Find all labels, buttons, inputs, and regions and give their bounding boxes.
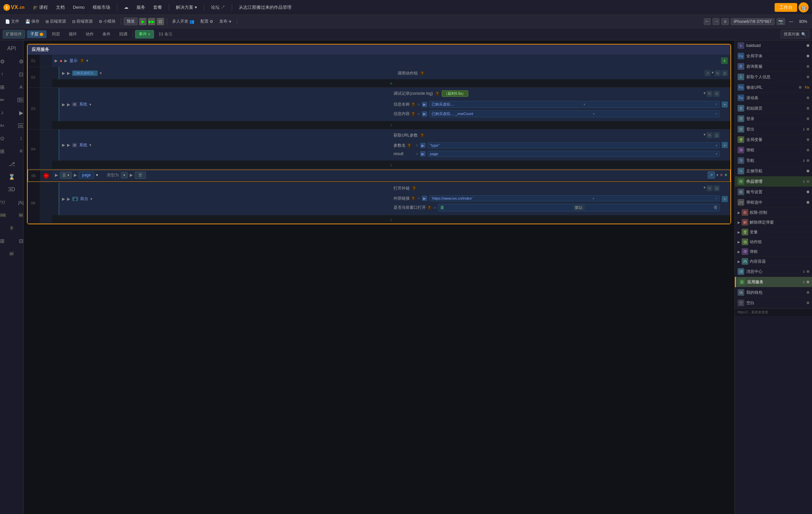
- sidebar-image[interactable]: A≡: [0, 119, 11, 132]
- sidebar-if[interactable]: if: [3, 222, 21, 234]
- right-item-app-service[interactable]: 应 应用服务 ℹ: [735, 277, 812, 287]
- right-item-global-var[interactable]: 变 全局变量: [735, 135, 812, 145]
- right-item-wallet[interactable]: 钱 我的钱包: [735, 287, 812, 298]
- row-label-03[interactable]: 系统: [79, 102, 87, 107]
- row-chevron-03[interactable]: ▾: [89, 102, 91, 107]
- cond-type-select-05[interactable]: ▾: [121, 172, 128, 179]
- param-value-03-2[interactable]: 已购买虚拟.... _rowCount ▾ ↗: [429, 110, 720, 117]
- add-row-btn-02[interactable]: +: [52, 79, 730, 87]
- nav-cloud[interactable]: ☁: [121, 3, 132, 11]
- cond-var-05[interactable]: page: [79, 172, 94, 179]
- action-q-06[interactable]: ?: [412, 186, 416, 191]
- row-expand-02[interactable]: ▶: [62, 71, 65, 76]
- row-icon-04-dot[interactable]: ●: [722, 142, 728, 148]
- action-more-06[interactable]: ⊡: [714, 185, 720, 191]
- right-group-content-container[interactable]: ▶ 内 内容容器: [735, 257, 812, 266]
- right-item-global-font[interactable]: Fix 全局字体: [735, 51, 812, 61]
- param-value-06-1[interactable]: 'https://www.ivx.cn/index' ▾ ↗: [429, 195, 720, 201]
- event-note[interactable]: ⟫⟫ 备注: [156, 31, 175, 37]
- row-label-04[interactable]: 系统: [79, 142, 87, 148]
- row-expand-03[interactable]: ▶: [62, 102, 65, 107]
- row-icon-03-dot[interactable]: ●: [722, 102, 728, 108]
- action-refresh-04[interactable]: ↻: [706, 132, 713, 138]
- param-value-06-2[interactable]: 是 默认 否: [438, 204, 720, 212]
- cond-expand-05[interactable]: ▾: [96, 173, 98, 178]
- toolbar-module[interactable]: ⚙ 小模块: [96, 18, 118, 25]
- action-refresh-02[interactable]: ↻: [715, 70, 721, 76]
- param-value-04-1[interactable]: "type" ▾: [428, 142, 720, 148]
- row-expand-04[interactable]: ▶: [62, 143, 65, 147]
- right-item-nav[interactable]: 导 导航 ℹ: [735, 156, 812, 166]
- action-chevron-06[interactable]: ▾: [703, 185, 705, 191]
- cond-and-select[interactable]: 且▾: [60, 172, 72, 179]
- expand-components-btn[interactable]: 扩展组件: [3, 30, 25, 38]
- logo[interactable]: i VX .cn: [3, 4, 25, 11]
- work-btn[interactable]: 工作台: [775, 3, 797, 12]
- right-item-scrollbar[interactable]: Fix 滚动条: [735, 93, 812, 103]
- toolbar-config[interactable]: 配置 ⚙: [198, 18, 215, 25]
- row-icon-06-dot[interactable]: ●: [722, 196, 728, 202]
- cond-close-05[interactable]: ✕: [720, 173, 723, 178]
- sidebar-draw[interactable]: ✏: [0, 94, 11, 106]
- right-item-baiduad[interactable]: b baiduad: [735, 40, 812, 51]
- right-item-dialog-selected[interactable]: [T] 弹框选中: [735, 197, 812, 208]
- nav-courses[interactable]: 🎓 课程: [29, 3, 52, 12]
- condition-minus-05[interactable]: −: [44, 173, 49, 179]
- toolbar-zoom-minus[interactable]: —: [787, 19, 795, 24]
- nav-docs[interactable]: 文档: [53, 3, 68, 12]
- event-search[interactable]: 搜索对象 🔍: [781, 30, 809, 38]
- toolbar-play2-btn[interactable]: ▶▶: [148, 18, 155, 25]
- toolbar-rect-btn[interactable]: ⊡: [157, 18, 164, 25]
- screen-size[interactable]: iPhone6/7/8 375*667: [731, 18, 775, 25]
- action-more-04[interactable]: ⊡: [714, 132, 720, 138]
- cond-plus-05[interactable]: +: [724, 172, 727, 178]
- sidebar-upload[interactable]: ↑: [0, 68, 11, 80]
- right-group-unbind[interactable]: ▶ 解 解除绑定弹窗: [735, 218, 812, 227]
- toolbar-backend[interactable]: ⊞ 后端资源: [43, 18, 68, 25]
- row-chevron-04[interactable]: ▾: [89, 143, 91, 147]
- sidebar-api[interactable]: API: [3, 43, 21, 55]
- right-item-work-mgmt[interactable]: 作 作品管理 ℹ: [735, 177, 812, 187]
- tab-loop[interactable]: 循环: [65, 30, 80, 38]
- sidebar-live[interactable]: LIVE: [0, 209, 11, 221]
- toolbar-icon3[interactable]: 🖥: [721, 18, 729, 25]
- right-item-modify-url[interactable]: Fix 修改URL Fix: [735, 82, 812, 93]
- sidebar-form[interactable]: ⊞: [0, 145, 11, 157]
- row-expand-01[interactable]: ▶: [55, 58, 58, 63]
- sidebar-px[interactable]: px: [3, 248, 21, 260]
- action-q-04[interactable]: ?: [420, 133, 425, 138]
- user-avatar[interactable]: 🤖: [799, 2, 809, 12]
- right-item-left-nav[interactable]: % 左侧导航: [735, 166, 812, 177]
- tab-condition[interactable]: 条件: [99, 30, 114, 38]
- right-item-user-info[interactable]: 人 获取个人信息: [735, 72, 812, 82]
- tab-action[interactable]: 动作: [82, 30, 97, 38]
- sidebar-music[interactable]: ♪: [0, 107, 11, 119]
- right-item-blank[interactable]: 空 空白: [735, 298, 812, 308]
- action-q-02[interactable]: ?: [420, 71, 425, 76]
- toolbar-icon1[interactable]: ⊢: [704, 18, 710, 25]
- add-row-btn-03[interactable]: ↑: [52, 121, 730, 129]
- action-expand-icon-02[interactable]: ↗: [704, 70, 710, 76]
- row-q-01[interactable]: ?: [80, 58, 84, 63]
- sidebar-timer[interactable]: ⌛: [3, 171, 21, 183]
- row-chevron-01[interactable]: ▾: [86, 58, 88, 63]
- sidebar-share[interactable]: ⎇: [3, 158, 21, 170]
- right-group-permissions[interactable]: ▶ 权 权限-控制: [735, 208, 812, 218]
- row-chevron-02[interactable]: ▾: [100, 71, 102, 76]
- nav-services[interactable]: 服务: [133, 3, 149, 12]
- toolbar-save[interactable]: 💾 保存: [23, 18, 42, 25]
- add-row-btn-06[interactable]: ↓: [52, 215, 730, 223]
- right-item-message-center[interactable]: 消 消息中心 ℹ: [735, 266, 812, 277]
- right-group-variable[interactable]: ▶ 变 变量: [735, 227, 812, 237]
- right-item-login[interactable]: 登 登录: [735, 114, 812, 124]
- action-more-02[interactable]: ⊡: [722, 70, 728, 76]
- add-row-btn-04[interactable]: ↓: [52, 161, 730, 169]
- toolbar-preview-btn[interactable]: 预览: [124, 18, 138, 25]
- action-refresh-06[interactable]: ↻: [706, 185, 713, 191]
- right-group-action-group[interactable]: ▶ 动 动作组: [735, 237, 812, 247]
- action-q-03[interactable]: ?: [435, 91, 440, 96]
- action-chevron-03[interactable]: ▾: [703, 91, 705, 97]
- action-chevron-04[interactable]: ▾: [703, 132, 705, 138]
- tab-child-layer[interactable]: 子层: [27, 30, 47, 38]
- toolbar-frontend[interactable]: ⊟ 前端资源: [70, 18, 95, 25]
